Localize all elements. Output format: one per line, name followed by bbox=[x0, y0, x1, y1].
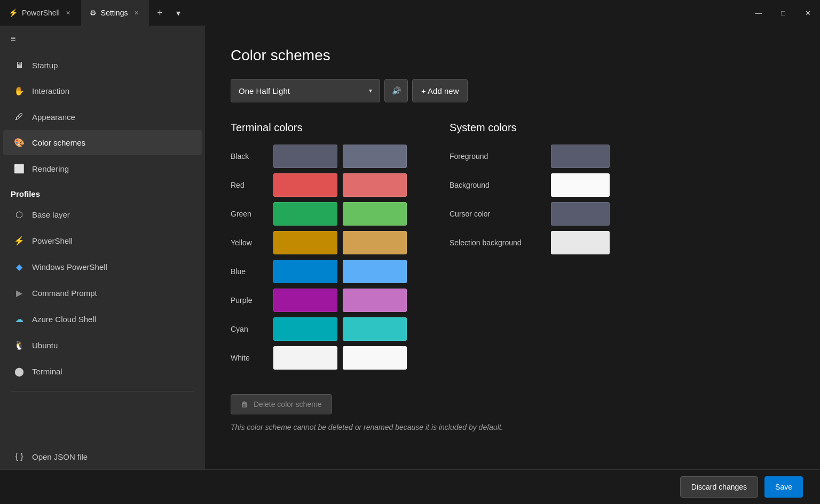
color-swatch-white-bright[interactable] bbox=[343, 346, 407, 370]
delete-note: This color scheme cannot be deleted or r… bbox=[231, 423, 604, 431]
sidebar-item-base-layer[interactable]: ⬡ Base layer bbox=[3, 202, 202, 227]
sidebar-item-ubuntu[interactable]: 🐧 Ubuntu bbox=[3, 333, 202, 358]
tab-powershell-close[interactable]: ✕ bbox=[64, 9, 73, 17]
color-swatch-green-bright[interactable] bbox=[343, 202, 407, 226]
color-label-red: Red bbox=[231, 181, 268, 189]
sidebar: ≡ 🖥 Startup ✋ Interaction 🖊 Appearance 🎨… bbox=[0, 26, 205, 469]
settings-tab-icon: ⚙ bbox=[90, 9, 97, 17]
command-prompt-icon: ▶ bbox=[14, 288, 25, 298]
sidebar-item-terminal[interactable]: ⬤ Terminal bbox=[3, 359, 202, 384]
page-title: Color schemes bbox=[231, 47, 794, 64]
color-row-white: White bbox=[231, 346, 407, 370]
color-row-purple: Purple bbox=[231, 289, 407, 312]
sidebar-divider bbox=[11, 391, 194, 391]
add-tab-button[interactable]: + bbox=[149, 0, 170, 26]
sidebar-item-windows-powershell-label: Windows PowerShell bbox=[32, 262, 107, 271]
open-json-icon: { } bbox=[14, 452, 25, 461]
color-swatch-white-normal[interactable] bbox=[273, 346, 337, 370]
sys-color-label-background: Background bbox=[450, 181, 490, 189]
scheme-selector-row: One Half Light ▾ 🔊 + Add new bbox=[231, 79, 794, 102]
sys-color-swatch-cursor[interactable] bbox=[551, 202, 610, 226]
sidebar-item-open-json[interactable]: { } Open JSON file bbox=[3, 444, 202, 469]
terminal-icon: ⬤ bbox=[14, 366, 25, 377]
color-label-purple: Purple bbox=[231, 296, 268, 305]
sidebar-item-startup[interactable]: 🖥 Startup bbox=[3, 53, 202, 77]
sidebar-item-interaction-label: Interaction bbox=[32, 86, 69, 95]
delete-color-scheme-button[interactable]: 🗑 Delete color scheme bbox=[231, 394, 332, 414]
sidebar-item-terminal-label: Terminal bbox=[32, 367, 62, 376]
sys-color-row-foreground: Foreground bbox=[450, 145, 610, 168]
scheme-dropdown[interactable]: One Half Light ▾ bbox=[231, 79, 380, 102]
preview-icon: 🔊 bbox=[392, 86, 401, 95]
sidebar-item-azure-cloud-shell-label: Azure Cloud Shell bbox=[32, 315, 96, 324]
window-controls: — □ ✕ bbox=[746, 0, 820, 26]
color-swatch-red-normal[interactable] bbox=[273, 173, 337, 197]
sidebar-item-rendering[interactable]: ⬜ Rendering bbox=[3, 156, 202, 181]
powershell-profile-icon: ⚡ bbox=[14, 236, 25, 246]
system-colors-section: System colors Foreground Background Curs… bbox=[450, 122, 610, 375]
tab-dropdown-button[interactable]: ▾ bbox=[170, 0, 186, 26]
minimize-button[interactable]: — bbox=[746, 0, 771, 26]
ubuntu-icon: 🐧 bbox=[14, 340, 25, 350]
powershell-tab-icon: ⚡ bbox=[9, 9, 18, 17]
color-row-yellow: Yellow bbox=[231, 231, 407, 254]
main-container: ≡ 🖥 Startup ✋ Interaction 🖊 Appearance 🎨… bbox=[0, 26, 820, 469]
tab-powershell-label: PowerShell bbox=[22, 9, 60, 17]
sidebar-item-appearance[interactable]: 🖊 Appearance bbox=[3, 105, 202, 129]
colors-container: Terminal colors Black Red Green bbox=[231, 122, 794, 375]
sys-color-label-foreground: Foreground bbox=[450, 152, 488, 161]
color-label-white: White bbox=[231, 354, 268, 362]
color-swatch-red-bright[interactable] bbox=[343, 173, 407, 197]
sidebar-item-command-prompt[interactable]: ▶ Command Prompt bbox=[3, 281, 202, 306]
terminal-colors-title: Terminal colors bbox=[231, 122, 407, 134]
color-swatch-green-normal[interactable] bbox=[273, 202, 337, 226]
sidebar-item-base-layer-label: Base layer bbox=[32, 210, 70, 219]
color-swatch-blue-normal[interactable] bbox=[273, 260, 337, 283]
scheme-preview-button[interactable]: 🔊 bbox=[384, 79, 408, 102]
color-label-black: Black bbox=[231, 152, 268, 161]
windows-powershell-icon: ◆ bbox=[14, 262, 25, 272]
sys-color-swatch-foreground[interactable] bbox=[551, 145, 610, 168]
sys-color-swatch-selection[interactable] bbox=[551, 231, 610, 254]
color-row-blue: Blue bbox=[231, 260, 407, 283]
tab-settings[interactable]: ⚙ Settings ✕ bbox=[81, 0, 149, 26]
tab-settings-close[interactable]: ✕ bbox=[132, 9, 140, 17]
color-swatch-cyan-normal[interactable] bbox=[273, 317, 337, 341]
scheme-dropdown-value: One Half Light bbox=[239, 86, 290, 95]
add-new-button[interactable]: + Add new bbox=[412, 79, 468, 102]
sidebar-item-windows-powershell[interactable]: ◆ Windows PowerShell bbox=[3, 254, 202, 279]
tab-settings-label: Settings bbox=[101, 9, 128, 17]
color-swatch-yellow-bright[interactable] bbox=[343, 231, 407, 254]
titlebar: ⚡ PowerShell ✕ ⚙ Settings ✕ + ▾ — □ ✕ bbox=[0, 0, 820, 26]
appearance-icon: 🖊 bbox=[14, 112, 25, 122]
color-swatch-yellow-normal[interactable] bbox=[273, 231, 337, 254]
sidebar-item-rendering-label: Rendering bbox=[32, 164, 69, 173]
sidebar-item-color-schemes[interactable]: 🎨 Color schemes bbox=[3, 130, 202, 155]
sidebar-item-powershell[interactable]: ⚡ PowerShell bbox=[3, 228, 202, 253]
color-swatch-blue-bright[interactable] bbox=[343, 260, 407, 283]
interaction-icon: ✋ bbox=[14, 86, 25, 96]
color-swatch-purple-bright[interactable] bbox=[343, 289, 407, 312]
sys-color-swatch-background[interactable] bbox=[551, 173, 610, 197]
color-swatch-cyan-bright[interactable] bbox=[343, 317, 407, 341]
close-button[interactable]: ✕ bbox=[795, 0, 820, 26]
rendering-icon: ⬜ bbox=[14, 164, 25, 174]
color-swatch-purple-normal[interactable] bbox=[273, 289, 337, 312]
discard-changes-button[interactable]: Discard changes bbox=[680, 476, 758, 498]
sys-color-label-selection: Selection background bbox=[450, 238, 522, 247]
azure-cloud-shell-icon: ☁ bbox=[14, 314, 25, 324]
add-new-label: + Add new bbox=[421, 86, 459, 95]
sidebar-item-powershell-label: PowerShell bbox=[32, 236, 73, 245]
sidebar-item-interaction[interactable]: ✋ Interaction bbox=[3, 78, 202, 103]
sidebar-item-command-prompt-label: Command Prompt bbox=[32, 289, 97, 298]
save-button[interactable]: Save bbox=[764, 476, 803, 498]
tab-powershell[interactable]: ⚡ PowerShell ✕ bbox=[0, 0, 81, 26]
sys-color-row-cursor: Cursor color bbox=[450, 202, 610, 226]
maximize-button[interactable]: □ bbox=[771, 0, 795, 26]
color-swatch-black-normal[interactable] bbox=[273, 145, 337, 168]
trash-icon: 🗑 bbox=[241, 400, 248, 409]
content-area: Color schemes One Half Light ▾ 🔊 + Add n… bbox=[205, 26, 820, 469]
color-swatch-black-bright[interactable] bbox=[343, 145, 407, 168]
sidebar-item-azure-cloud-shell[interactable]: ☁ Azure Cloud Shell bbox=[3, 307, 202, 332]
hamburger-menu[interactable]: ≡ bbox=[0, 26, 205, 52]
